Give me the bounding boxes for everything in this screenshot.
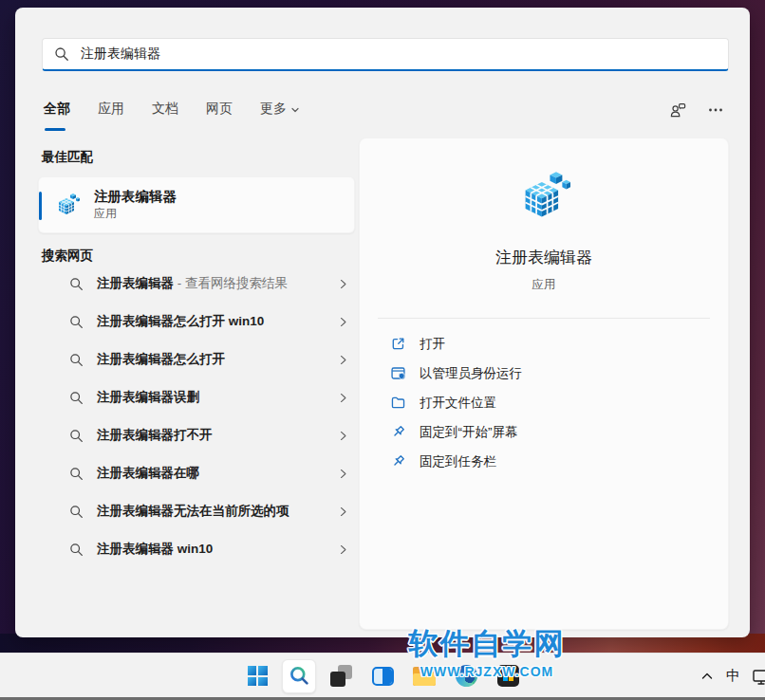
details-app-type: 应用 xyxy=(532,277,556,293)
search-icon xyxy=(69,467,84,481)
file-explorer-button[interactable] xyxy=(407,659,441,693)
registry-editor-icon xyxy=(55,193,80,217)
action-label: 打开文件位置 xyxy=(420,395,496,412)
search-box[interactable] xyxy=(42,38,729,71)
open-icon xyxy=(390,336,406,352)
action-row[interactable]: 打开文件位置 xyxy=(390,388,728,417)
registry-editor-icon-large xyxy=(517,170,570,223)
web-search-header: 搜索网页 xyxy=(42,248,93,265)
search-icon xyxy=(69,429,84,443)
chevron-right-icon xyxy=(337,430,349,442)
action-row[interactable]: 固定到“开始”屏幕 xyxy=(390,417,728,447)
best-match-result[interactable]: 注册表编辑器 应用 xyxy=(38,176,355,233)
details-pane: 注册表编辑器 应用 打开 以管理员身份运行 打开文件位置 固定到“开始”屏幕 固… xyxy=(359,138,729,630)
details-app-name: 注册表编辑器 xyxy=(495,247,592,268)
network-display-icon[interactable] xyxy=(752,666,765,687)
action-row[interactable]: 固定到任务栏 xyxy=(390,447,728,476)
tab-label: 网页 xyxy=(206,101,233,118)
web-suggestion-row[interactable]: 注册表编辑器怎么打开 win10 xyxy=(38,303,355,341)
web-suggestion-row[interactable]: 注册表编辑器怎么打开 xyxy=(38,341,355,378)
system-tray: 中 xyxy=(700,654,765,698)
widgets-button[interactable] xyxy=(365,659,400,693)
open-file-location-icon xyxy=(390,395,406,411)
edge-icon xyxy=(456,665,477,687)
windows-logo-icon xyxy=(248,666,268,686)
taskbar: 中 xyxy=(0,653,765,697)
task-view-icon xyxy=(330,665,352,687)
best-match-app-type: 应用 xyxy=(94,206,177,222)
action-label: 固定到“开始”屏幕 xyxy=(420,424,518,441)
search-icon xyxy=(69,277,84,291)
suggestion-suffix: - 查看网络搜索结果 xyxy=(174,276,288,290)
edge-button[interactable] xyxy=(449,659,483,693)
tab-全部[interactable]: 全部 xyxy=(42,99,72,131)
chevron-right-icon xyxy=(337,506,349,518)
action-label: 以管理员身份运行 xyxy=(420,365,522,382)
divider xyxy=(378,318,710,319)
microsoft-app-button[interactable] xyxy=(491,659,525,693)
selection-accent-bar xyxy=(39,192,42,220)
tab-label: 应用 xyxy=(98,101,124,118)
suggestion-text: 注册表编辑器在哪 xyxy=(97,465,199,482)
more-options-icon[interactable] xyxy=(708,102,723,118)
suggestion-text: 注册表编辑器怎么打开 win10 xyxy=(97,313,264,330)
web-suggestion-row[interactable]: 注册表编辑器 win10 xyxy=(38,530,355,568)
suggestion-text: 注册表编辑器误删 xyxy=(97,389,199,406)
web-suggestion-row[interactable]: 注册表编辑器 - 查看网络搜索结果 xyxy=(38,265,355,303)
feedback-account-icon[interactable] xyxy=(668,101,687,120)
search-icon xyxy=(69,353,84,367)
web-suggestions-list: 注册表编辑器 - 查看网络搜索结果 注册表编辑器怎么打开 win10 注册表编辑… xyxy=(38,265,355,568)
tab-网页[interactable]: 网页 xyxy=(204,99,234,131)
tab-label: 更多 xyxy=(260,101,287,118)
web-suggestion-row[interactable]: 注册表编辑器在哪 xyxy=(38,454,355,492)
search-icon xyxy=(69,391,84,405)
windows-search-screen: 全部 应用 文档 网页 更多 xyxy=(0,0,765,700)
task-view-button[interactable] xyxy=(324,659,358,693)
tab-label: 全部 xyxy=(44,101,70,118)
search-input[interactable] xyxy=(81,46,717,62)
run-as-admin-icon xyxy=(390,365,406,381)
tab-更多[interactable]: 更多 xyxy=(258,99,302,131)
action-label: 固定到任务栏 xyxy=(420,453,496,470)
suggestion-text: 注册表编辑器 win10 xyxy=(97,541,213,558)
best-match-app-name: 注册表编辑器 xyxy=(94,188,177,207)
ime-indicator[interactable]: 中 xyxy=(726,667,740,685)
tray-chevron-up-icon[interactable] xyxy=(700,669,715,684)
pin-to-start-icon xyxy=(390,424,406,440)
suggestion-text: 注册表编辑器无法在当前所选的项 xyxy=(97,503,289,520)
widgets-icon xyxy=(372,667,394,686)
chevron-right-icon xyxy=(337,543,349,556)
start-button[interactable] xyxy=(240,659,274,693)
search-icon xyxy=(54,46,69,62)
tab-应用[interactable]: 应用 xyxy=(96,99,126,131)
file-explorer-icon xyxy=(413,667,436,686)
web-suggestion-row[interactable]: 注册表编辑器无法在当前所选的项 xyxy=(38,492,355,530)
tab-文档[interactable]: 文档 xyxy=(150,99,180,131)
suggestion-text: 注册表编辑器 - 查看网络搜索结果 xyxy=(97,275,288,292)
chevron-right-icon xyxy=(337,468,349,480)
tab-label: 文档 xyxy=(152,101,178,118)
microsoft-app-icon xyxy=(497,665,519,687)
header-icons xyxy=(668,101,723,120)
web-suggestion-row[interactable]: 注册表编辑器误删 xyxy=(38,378,355,416)
action-row[interactable]: 打开 xyxy=(390,329,728,359)
search-taskbar-button[interactable] xyxy=(282,659,316,693)
search-icon xyxy=(69,315,84,329)
pin-to-taskbar-icon xyxy=(390,453,406,470)
taskbar-center-icons xyxy=(240,654,525,698)
chevron-right-icon xyxy=(337,278,349,290)
chevron-right-icon xyxy=(337,316,349,328)
search-icon xyxy=(69,505,84,519)
web-suggestion-row[interactable]: 注册表编辑器打不开 xyxy=(38,416,355,454)
action-row[interactable]: 以管理员身份运行 xyxy=(390,359,728,388)
search-gradient-icon xyxy=(289,665,310,687)
chevron-right-icon xyxy=(337,354,349,366)
chevron-down-icon xyxy=(290,105,300,115)
best-match-header: 最佳匹配 xyxy=(42,149,93,166)
suggestion-text: 注册表编辑器打不开 xyxy=(97,427,213,444)
search-icon xyxy=(69,543,84,557)
search-filter-tabs: 全部 应用 文档 网页 更多 xyxy=(42,99,302,131)
chevron-right-icon xyxy=(337,392,349,404)
action-list: 打开 以管理员身份运行 打开文件位置 固定到“开始”屏幕 固定到任务栏 xyxy=(360,329,728,476)
suggestion-text: 注册表编辑器怎么打开 xyxy=(97,351,225,368)
